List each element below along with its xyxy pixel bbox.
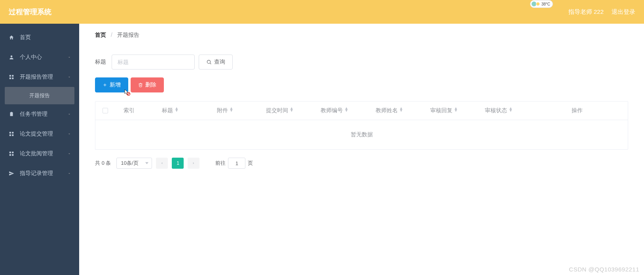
svg-rect-12 [12, 152, 13, 153]
svg-rect-3 [9, 77, 11, 79]
svg-point-0 [11, 55, 13, 57]
svg-rect-7 [9, 132, 11, 134]
sidebar-item-label: 个人中心 [20, 54, 67, 61]
breadcrumb-separator: / [111, 32, 112, 38]
search-row: 标题 查询 [95, 55, 628, 70]
col-teacher-name[interactable]: 教师姓名▲▼ [362, 102, 416, 120]
sidebar-item-label: 指导记录管理 [20, 170, 67, 177]
sort-icon: ▲▼ [175, 108, 179, 113]
weather-temp: 38°C [541, 2, 550, 6]
svg-rect-8 [12, 132, 13, 134]
col-attachment[interactable]: 附件▲▼ [198, 102, 252, 120]
grid-icon [8, 74, 15, 80]
svg-rect-13 [9, 154, 11, 156]
sidebar-item-guidance-record-mgmt[interactable]: 指导记录管理 [0, 164, 79, 183]
next-page-button[interactable] [188, 158, 199, 169]
svg-rect-11 [9, 152, 11, 153]
svg-line-20 [127, 93, 129, 95]
prev-page-button[interactable] [156, 158, 168, 169]
current-user[interactable]: 指导老师 222 [568, 8, 604, 16]
pagination: 共 0 条 10条/页 1 前往 页 [95, 158, 628, 169]
svg-rect-2 [12, 75, 13, 77]
sidebar-item-label: 论文提交管理 [20, 130, 67, 138]
sort-icon: ▲▼ [290, 108, 294, 113]
delete-button-label: 删除 [145, 81, 156, 89]
col-review-status[interactable]: 审核状态▲▼ [471, 102, 526, 120]
sidebar-item-home[interactable]: 首页 [0, 28, 79, 47]
search-button-label: 查询 [214, 58, 225, 66]
clipboard-icon [8, 111, 15, 117]
delete-button[interactable]: 删除 [131, 77, 164, 92]
sidebar-item-label: 任务书管理 [20, 111, 67, 118]
weather-icon-2 [536, 2, 540, 6]
table-empty-text: 暂无数据 [95, 120, 628, 149]
trash-icon [138, 83, 143, 87]
sidebar-item-paper-submit-mgmt[interactable]: 论文提交管理 [0, 124, 79, 144]
svg-line-16 [210, 63, 211, 64]
svg-rect-10 [12, 134, 13, 136]
svg-point-19 [127, 92, 130, 96]
search-button[interactable]: 查询 [199, 55, 233, 70]
chevron-down-icon [67, 112, 71, 116]
svg-rect-4 [12, 77, 13, 79]
logout-link[interactable]: 退出登录 [612, 8, 635, 16]
svg-rect-9 [9, 134, 11, 136]
sidebar-item-opening-report-mgmt[interactable]: 开题报告管理 [0, 67, 79, 87]
page-size-select[interactable]: 10条/页 [116, 158, 152, 169]
chevron-down-icon [67, 171, 71, 175]
breadcrumb-current: 开题报告 [117, 32, 139, 38]
jump-suffix: 页 [248, 160, 253, 167]
col-teacher-no[interactable]: 教师编号▲▼ [307, 102, 362, 120]
sidebar-item-task-mgmt[interactable]: 任务书管理 [0, 104, 79, 124]
home-icon [8, 35, 15, 40]
data-table: 索引 标题▲▼ 附件▲▼ 提交时间▲▼ 教师编号▲▼ 教师姓名▲▼ 审核回复▲▼… [95, 101, 628, 150]
sidebar-item-label: 论文批阅管理 [20, 150, 67, 157]
send-icon [8, 171, 15, 176]
chevron-down-icon [67, 152, 71, 156]
title-search-input[interactable] [112, 55, 195, 70]
app-title: 过程管理系统 [9, 7, 51, 17]
search-label: 标题 [95, 58, 106, 66]
sidebar-item-label: 首页 [20, 34, 71, 41]
jump-prefix: 前往 [215, 160, 226, 167]
app-header: 过程管理系统 38°C 指导老师 222 退出登录 [0, 0, 644, 24]
grid-icon [8, 151, 15, 156]
sidebar-item-label: 开题报告管理 [20, 73, 67, 81]
sort-icon: ▲▼ [454, 108, 458, 113]
add-button[interactable]: 新增 [95, 77, 128, 92]
main-content: 首页 / 开题报告 标题 查询 新增 [79, 24, 644, 275]
sidebar-subitem-opening-report[interactable]: 开题报告 [5, 87, 74, 104]
col-submit-time[interactable]: 提交时间▲▼ [253, 102, 307, 120]
chevron-down-icon [67, 75, 71, 79]
col-operation: 操作 [526, 102, 628, 120]
page-total: 共 0 条 [95, 160, 111, 167]
plus-icon [103, 83, 107, 87]
chevron-down-icon [67, 132, 71, 136]
svg-rect-6 [11, 112, 12, 113]
col-review-reply[interactable]: 审核回复▲▼ [417, 102, 471, 120]
sort-icon: ▲▼ [509, 108, 513, 113]
breadcrumb-home[interactable]: 首页 [95, 32, 106, 38]
sidebar-item-personal[interactable]: 个人中心 [0, 47, 79, 67]
sort-icon: ▲▼ [399, 108, 403, 113]
page-jump-input[interactable] [228, 158, 245, 169]
sidebar-item-paper-review-mgmt[interactable]: 论文批阅管理 [0, 144, 79, 164]
page-number-button[interactable]: 1 [172, 158, 184, 169]
select-all-col[interactable] [95, 102, 115, 120]
table-header: 索引 标题▲▼ 附件▲▼ 提交时间▲▼ 教师编号▲▼ 教师姓名▲▼ 审核回复▲▼… [95, 102, 628, 120]
person-icon [8, 55, 15, 60]
action-row: 新增 删除 [95, 77, 628, 92]
search-icon [206, 59, 212, 65]
weather-widget: 38°C [530, 0, 553, 8]
col-index[interactable]: 索引 [115, 102, 143, 120]
sort-icon: ▲▼ [344, 108, 348, 113]
grid-icon [8, 131, 15, 137]
watermark: CSDN @QQ1039692211 [569, 266, 639, 273]
chevron-down-icon [67, 55, 71, 59]
col-title[interactable]: 标题▲▼ [143, 102, 198, 120]
svg-rect-14 [12, 154, 13, 156]
svg-point-15 [207, 60, 210, 63]
breadcrumb: 首页 / 开题报告 [79, 24, 644, 47]
checkbox-icon [103, 108, 108, 113]
sort-icon: ▲▼ [230, 108, 234, 113]
